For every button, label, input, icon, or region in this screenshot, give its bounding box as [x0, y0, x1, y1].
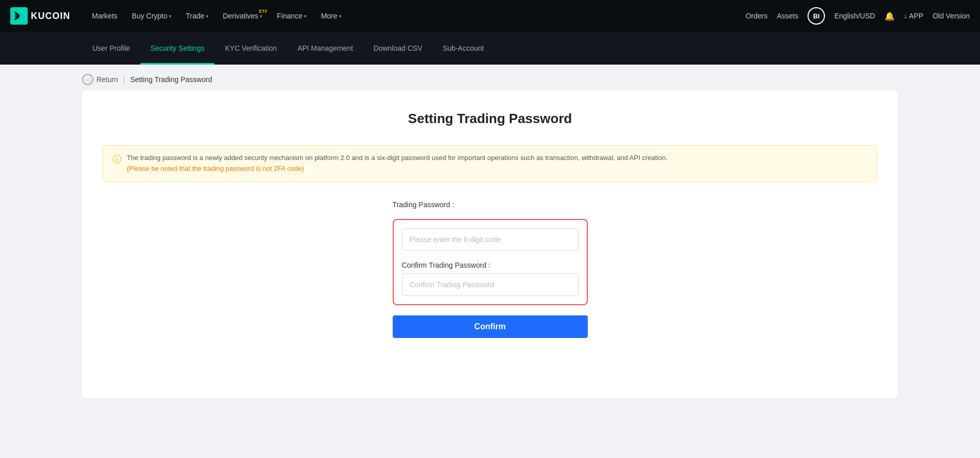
nav-trade[interactable]: Trade ▾ [180, 8, 215, 24]
trading-password-field-group [402, 228, 579, 251]
breadcrumb-separator: | [123, 75, 125, 84]
orders-link[interactable]: Orders [745, 12, 767, 20]
form-area: Trading Password : Confirm Trading Passw… [393, 201, 588, 338]
main-card: Setting Trading Password ⓘ The trading p… [82, 90, 898, 398]
return-button[interactable]: ◁ Return [82, 74, 118, 85]
subnav-security-settings[interactable]: Security Settings [140, 32, 215, 65]
notification-bell-icon[interactable]: 🔔 [885, 11, 895, 21]
subnav-download-csv[interactable]: Download CSV [363, 32, 433, 65]
nav-buy-crypto[interactable]: Buy Crypto ▾ [126, 8, 178, 24]
subnav-sub-account[interactable]: Sub-Account [432, 32, 494, 65]
trading-password-input[interactable] [402, 228, 579, 251]
nav-items: Markets Buy Crypto ▾ Trade ▾ ETF Derivat… [86, 8, 745, 24]
more-chevron: ▾ [339, 13, 341, 19]
app-download-link[interactable]: ↓ APP [904, 12, 924, 20]
breadcrumb-page-title: Setting Trading Password [130, 75, 213, 84]
trade-chevron: ▾ [206, 13, 208, 19]
nav-finance[interactable]: Finance ▾ [271, 8, 313, 24]
return-icon: ◁ [82, 74, 93, 85]
confirm-password-label: Confirm Trading Password : [402, 261, 579, 269]
confirm-password-field-group: Confirm Trading Password : [402, 261, 579, 296]
etf-badge: ETF [259, 9, 267, 14]
language-selector[interactable]: English/USD [834, 12, 875, 20]
sub-navigation: User Profile Security Settings KYC Verif… [0, 32, 980, 65]
page-heading: Setting Trading Password [103, 111, 877, 127]
trading-password-label: Trading Password : [393, 201, 588, 209]
buy-crypto-chevron: ▾ [169, 13, 171, 19]
input-group-bordered: Confirm Trading Password : [393, 219, 588, 305]
trading-password-group: Trading Password : [393, 201, 588, 209]
confirm-button[interactable]: Confirm [393, 315, 588, 338]
topnav-right: Orders Assets BI English/USD 🔔 ↓ APP Old… [745, 7, 970, 25]
nav-more[interactable]: More ▾ [315, 8, 348, 24]
info-warning-text: (Please be noted that the trading passwo… [127, 165, 304, 172]
info-text-content: The trading password is a newly added se… [127, 153, 668, 174]
breadcrumb: ◁ Return | Setting Trading Password [82, 65, 898, 90]
user-avatar[interactable]: BI [808, 7, 825, 25]
subnav-user-profile[interactable]: User Profile [82, 32, 140, 65]
nav-derivatives[interactable]: ETF Derivatives ▾ [217, 8, 268, 24]
confirm-trading-password-input[interactable] [402, 273, 579, 296]
info-banner: ⓘ The trading password is a newly added … [103, 145, 877, 182]
logo-icon: K [10, 7, 28, 25]
subnav-kyc-verification[interactable]: KYC Verification [215, 32, 287, 65]
finance-chevron: ▾ [304, 13, 306, 19]
page-content: ◁ Return | Setting Trading Password Sett… [0, 65, 980, 398]
logo[interactable]: K KUCOIN [10, 7, 70, 25]
info-icon: ⓘ [112, 153, 122, 166]
old-version-link[interactable]: Old Version [933, 12, 970, 20]
derivatives-chevron: ▾ [260, 13, 262, 19]
nav-markets[interactable]: Markets [86, 8, 124, 24]
logo-text: KUCOIN [31, 11, 70, 22]
svg-text:K: K [15, 13, 20, 20]
assets-link[interactable]: Assets [777, 12, 798, 20]
top-navigation: K KUCOIN Markets Buy Crypto ▾ Trade ▾ ET… [0, 0, 980, 32]
subnav-api-management[interactable]: API Management [287, 32, 363, 65]
